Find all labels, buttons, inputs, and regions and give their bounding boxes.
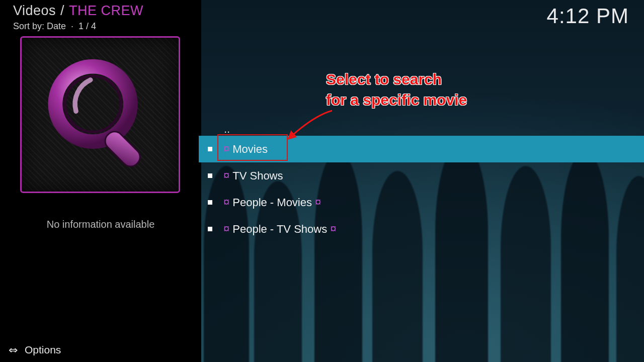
sort-label: Sort by: Date <box>13 21 66 31</box>
bullet-icon <box>208 227 212 231</box>
breadcrumb-root[interactable]: Videos <box>13 3 56 18</box>
svg-point-0 <box>55 66 131 141</box>
marker-icon: ¤ <box>223 142 229 155</box>
list-item-tvshows[interactable]: ¤ TV Shows <box>199 162 644 189</box>
clock: 4:12 PM <box>547 4 629 28</box>
marker-icon: ¤ <box>223 169 229 182</box>
sort-info: Sort by: Date · 1 / 4 <box>13 21 96 32</box>
breadcrumb-separator: / <box>60 3 69 18</box>
list-item-label: People - Movies <box>232 196 312 209</box>
menu-list: .. ¤ Movies ¤ TV Shows ¤ People - Movies… <box>199 120 644 242</box>
bullet-icon <box>208 147 212 151</box>
bullet-icon <box>208 173 212 178</box>
options-label: Options <box>25 344 61 356</box>
info-text: No information available <box>0 219 201 230</box>
search-icon <box>42 53 158 176</box>
sidebar: Videos / THE CREW Sort by: Date · 1 / 4 <box>0 0 201 362</box>
item-counter: 1 / 4 <box>78 21 96 31</box>
options-icon: ⇔ <box>9 344 18 356</box>
list-item-label: TV Shows <box>232 169 283 183</box>
list-item-movies[interactable]: ¤ Movies <box>199 136 644 162</box>
parent-label: .. <box>224 123 230 136</box>
sort-separator: · <box>68 21 78 31</box>
bullet-icon <box>208 200 212 205</box>
item-thumbnail <box>20 36 180 193</box>
options-button[interactable]: ⇔ Options <box>9 344 61 356</box>
list-item-label: People - TV Shows <box>232 223 327 236</box>
list-item-people-tvshows[interactable]: ¤ People - TV Shows ¤ <box>199 216 644 242</box>
list-item-people-movies[interactable]: ¤ People - Movies ¤ <box>199 189 644 216</box>
list-item-parent[interactable]: .. <box>199 120 644 136</box>
marker-icon: ¤ <box>223 222 229 235</box>
list-item-label: Movies <box>232 143 268 156</box>
breadcrumb-current: THE CREW <box>69 3 143 18</box>
callout-text: Select to search for a specific movie <box>326 69 467 110</box>
marker-icon: ¤ <box>315 196 321 209</box>
marker-icon: ¤ <box>223 196 229 209</box>
marker-icon: ¤ <box>330 222 336 235</box>
breadcrumb: Videos / THE CREW <box>13 3 143 19</box>
